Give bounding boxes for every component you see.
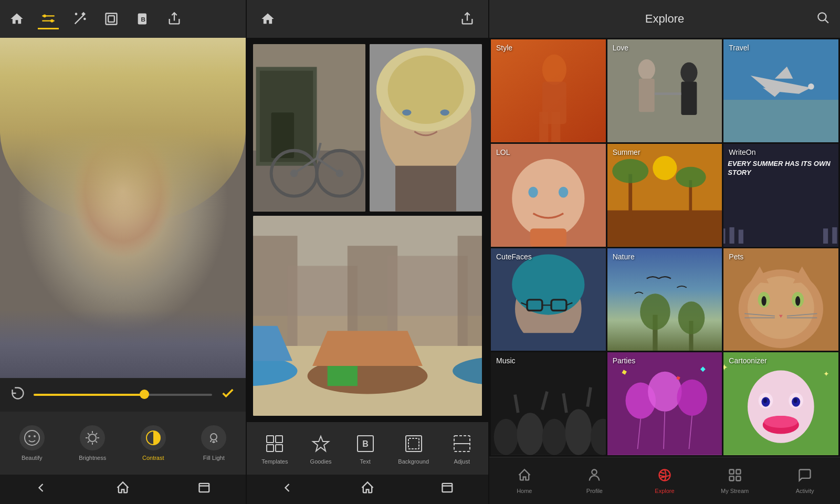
svg-point-141 bbox=[542, 419, 566, 455]
panel-editor: B bbox=[0, 0, 246, 504]
text-label: Text bbox=[360, 458, 371, 465]
nature-label: Nature bbox=[613, 253, 635, 261]
home-button[interactable] bbox=[6, 8, 27, 29]
activity-nav-icon bbox=[797, 468, 812, 486]
search-button[interactable] bbox=[816, 10, 830, 27]
sliders-button[interactable] bbox=[38, 8, 59, 29]
home-nav-label: Home bbox=[517, 488, 532, 494]
share-button[interactable] bbox=[164, 8, 185, 29]
svg-rect-109 bbox=[833, 227, 837, 244]
tool-contrast[interactable]: Contrast bbox=[123, 425, 183, 461]
svg-line-20 bbox=[88, 433, 89, 435]
svg-text:B: B bbox=[141, 16, 145, 23]
beautify-icon bbox=[19, 425, 45, 450]
collage-cell-bike[interactable] bbox=[253, 44, 365, 212]
profile-nav-icon bbox=[587, 468, 602, 486]
explore-grid: Style Love T bbox=[489, 38, 840, 457]
nav-profile[interactable]: Profile bbox=[560, 468, 630, 494]
svg-text:✦: ✦ bbox=[723, 362, 728, 373]
tool-text[interactable]: B Text bbox=[354, 432, 377, 465]
svg-point-142 bbox=[565, 409, 592, 455]
svg-point-139 bbox=[494, 419, 518, 455]
svg-rect-83 bbox=[607, 39, 722, 142]
love-label: Love bbox=[613, 44, 628, 52]
cartoonizer-label: Cartoonizer bbox=[729, 356, 766, 365]
svg-rect-82 bbox=[551, 112, 560, 142]
svg-rect-98 bbox=[607, 210, 722, 246]
wand-button[interactable] bbox=[69, 8, 90, 29]
svg-rect-106 bbox=[730, 227, 734, 244]
collage-home-button[interactable] bbox=[257, 8, 278, 29]
contrast-slider[interactable] bbox=[34, 394, 212, 396]
tool-brightness[interactable]: Brightness bbox=[63, 425, 123, 461]
svg-point-93 bbox=[512, 159, 584, 238]
svg-point-167 bbox=[794, 398, 797, 403]
grid-cell-music[interactable]: Music bbox=[491, 352, 606, 455]
back-button[interactable] bbox=[34, 480, 48, 498]
svg-point-170 bbox=[592, 469, 597, 474]
nav-home[interactable]: Home bbox=[489, 468, 560, 494]
tool-fill-light[interactable]: Fill Light bbox=[184, 425, 244, 461]
svg-rect-28 bbox=[200, 484, 209, 492]
confirm-button[interactable] bbox=[220, 386, 235, 404]
grid-cell-nature[interactable]: Nature bbox=[607, 248, 722, 351]
collage-recents[interactable] bbox=[440, 480, 455, 498]
grid-cell-pets[interactable]: Pets bbox=[723, 248, 838, 351]
collage-share-button[interactable] bbox=[457, 8, 478, 29]
tool-adjust[interactable]: Adjust bbox=[450, 432, 474, 465]
grid-cell-travel[interactable]: Travel bbox=[723, 39, 838, 142]
svg-point-126 bbox=[748, 276, 814, 339]
grid-cell-lol[interactable]: LOL bbox=[491, 144, 606, 247]
collage-home-nav[interactable] bbox=[360, 480, 375, 498]
travel-label: Travel bbox=[729, 44, 749, 52]
svg-point-171 bbox=[659, 469, 670, 480]
adjust-label: Adjust bbox=[454, 458, 470, 465]
svg-rect-174 bbox=[729, 476, 733, 480]
collage-cell-boats[interactable] bbox=[253, 216, 482, 416]
svg-point-46 bbox=[388, 56, 464, 124]
tool-goodies[interactable]: Goodies bbox=[309, 432, 332, 465]
undo-button[interactable] bbox=[10, 386, 25, 404]
home-nav-button[interactable] bbox=[116, 480, 130, 498]
nav-explore[interactable]: Explore bbox=[629, 468, 700, 494]
bold-button[interactable]: B bbox=[132, 8, 153, 29]
svg-rect-62 bbox=[328, 366, 358, 386]
svg-rect-112 bbox=[518, 333, 579, 351]
svg-point-12 bbox=[25, 430, 39, 445]
svg-rect-66 bbox=[276, 445, 282, 452]
adjust-icon bbox=[450, 432, 474, 455]
tool-beautify[interactable]: Beautify bbox=[2, 425, 62, 461]
svg-point-15 bbox=[89, 434, 96, 442]
nav-mystream[interactable]: My Stream bbox=[700, 468, 770, 494]
recents-button[interactable] bbox=[197, 480, 212, 498]
collage-cell-portrait[interactable] bbox=[370, 44, 482, 212]
collage-nav bbox=[247, 475, 488, 504]
svg-point-151 bbox=[677, 380, 707, 416]
svg-point-121 bbox=[640, 293, 670, 330]
grid-cell-summer[interactable]: Summer bbox=[607, 144, 722, 247]
grid-cell-cartoonizer[interactable]: ✦ ✦ Cartoonizer bbox=[723, 352, 838, 455]
grid-cell-cutefaces[interactable]: CuteFaces bbox=[491, 248, 606, 351]
grid-cell-parties[interactable]: Parties bbox=[607, 352, 722, 455]
background-label: Background bbox=[398, 458, 429, 465]
frame-button[interactable] bbox=[101, 8, 122, 29]
grid-cell-love[interactable]: Love bbox=[607, 39, 722, 142]
collage-back-button[interactable] bbox=[280, 480, 295, 498]
fill-light-label: Fill Light bbox=[203, 455, 225, 461]
slider-thumb[interactable] bbox=[140, 390, 149, 399]
grid-cell-writeon[interactable]: WriteOn EVERY SUMMER HAS ITS OWN STORY bbox=[723, 144, 838, 247]
adjust-slider-bar bbox=[0, 378, 246, 412]
tool-background[interactable]: Background bbox=[398, 432, 429, 465]
nav-activity[interactable]: Activity bbox=[770, 468, 840, 494]
svg-point-161 bbox=[764, 416, 797, 428]
fill-light-icon bbox=[201, 425, 226, 450]
svg-rect-73 bbox=[443, 484, 453, 492]
grid-cell-style[interactable]: Style bbox=[491, 39, 606, 142]
tool-templates[interactable]: Templates bbox=[261, 432, 288, 465]
goodies-label: Goodies bbox=[310, 458, 332, 465]
svg-point-140 bbox=[517, 413, 543, 455]
writeon-label: WriteOn bbox=[729, 148, 755, 156]
svg-rect-57 bbox=[458, 236, 482, 346]
svg-line-21 bbox=[96, 441, 97, 443]
svg-point-14 bbox=[34, 435, 36, 437]
